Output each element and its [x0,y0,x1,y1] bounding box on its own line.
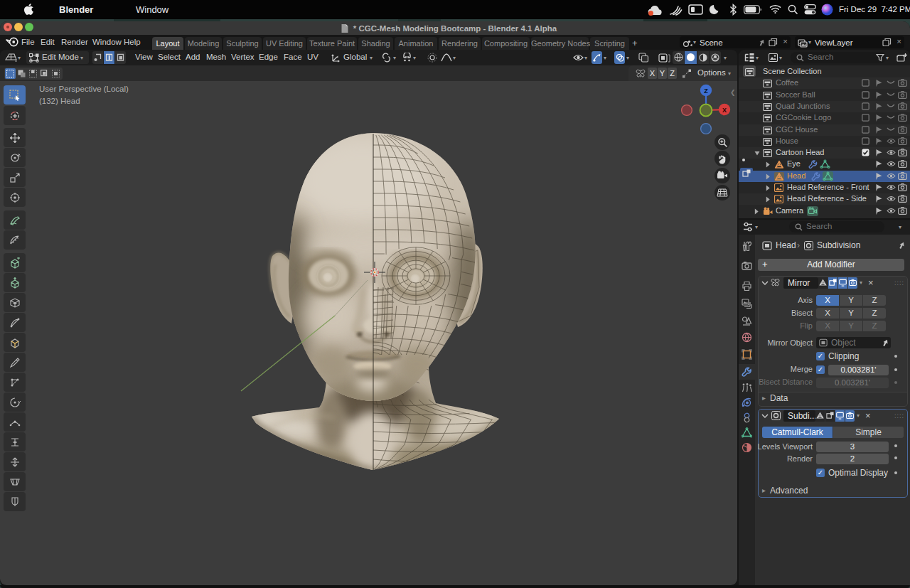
svg-text:Z: Z [704,87,708,95]
svg-text:X: X [722,107,727,114]
